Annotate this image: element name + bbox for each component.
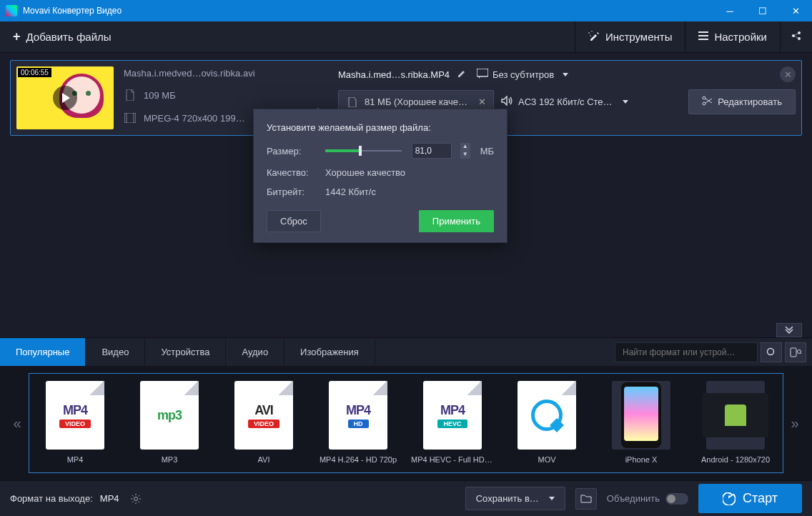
format-label: MOV (538, 455, 555, 464)
format-preset[interactable]: iPhone X (600, 381, 683, 464)
scroll-left-button[interactable]: « (6, 415, 29, 432)
audio-dropdown[interactable]: AC3 192 Кбит/с Сте… (501, 96, 628, 108)
output-meta: Masha.i.med…s.ribka.MP4 Без субтитров ✕ … (338, 66, 796, 114)
save-in-label: Сохранить в… (476, 493, 539, 504)
size-label: Размер: (267, 146, 315, 157)
file-icon (124, 89, 137, 101)
svg-point-3 (792, 34, 795, 37)
format-settings-button[interactable] (127, 490, 145, 508)
svg-rect-6 (124, 113, 136, 123)
maximize-button[interactable]: ☐ (746, 0, 779, 21)
start-label: Старт (743, 491, 778, 506)
formats-area: Популярные Видео Устройства Аудио Изобра… (0, 337, 812, 480)
size-slider[interactable] (325, 148, 402, 154)
share-button[interactable] (781, 21, 812, 52)
timecode: 00:06:55 (18, 68, 51, 77)
size-input[interactable]: 81,0 (412, 143, 452, 159)
audio-label: AC3 192 Кбит/с Сте… (518, 96, 613, 107)
tab-audio[interactable]: Аудио (226, 338, 284, 366)
add-files-button[interactable]: + Добавить файлы (0, 21, 124, 52)
subtitles-label: Без субтитров (492, 69, 554, 80)
search-button[interactable] (761, 342, 782, 362)
scroll-right-button[interactable]: » (783, 415, 806, 432)
tab-popular[interactable]: Популярные (0, 338, 86, 366)
size-spinner[interactable]: ▲▼ (460, 143, 470, 159)
format-label: MP4 HEVC - Full HD 1… (411, 455, 494, 464)
app-icon (6, 5, 17, 16)
window-title: Movavi Конвертер Видео (23, 6, 713, 16)
tab-images[interactable]: Изображения (284, 338, 375, 366)
plus-icon: + (13, 29, 21, 44)
main-toolbar: + Добавить файлы Инструменты Настройки (0, 21, 812, 53)
settings-label: Настройки (714, 31, 767, 43)
detect-device-button[interactable] (785, 342, 806, 362)
share-icon (791, 30, 802, 44)
format-preset[interactable]: MP4HDMP4 H.264 - HD 720p (317, 381, 400, 464)
settings-button[interactable]: Настройки (685, 21, 780, 52)
bitrate-label: Битрейт: (267, 187, 315, 197)
wand-icon (588, 30, 600, 44)
bottom-bar: Формат на выходе: MP4 Сохранить в… Объед… (0, 480, 812, 516)
svg-point-4 (798, 31, 801, 34)
edit-button[interactable]: Редактировать (688, 89, 796, 114)
svg-point-11 (703, 102, 705, 105)
scissors-icon (702, 96, 712, 108)
tab-video[interactable]: Видео (86, 338, 145, 366)
subtitle-icon (477, 69, 488, 81)
source-size: 109 МБ (144, 90, 176, 101)
svg-rect-13 (791, 348, 796, 357)
tools-button[interactable]: Инструменты (575, 21, 685, 52)
close-button[interactable]: ✕ (779, 0, 812, 21)
svg-rect-7 (124, 113, 127, 123)
quality-value: Хорошее качество (325, 167, 405, 178)
svg-rect-2 (698, 39, 708, 40)
format-preset[interactable]: MP4HEVCMP4 HEVC - Full HD 1… (411, 381, 494, 464)
svg-rect-9 (477, 69, 488, 76)
format-label: MP4 (67, 455, 84, 464)
remove-file-button[interactable]: ✕ (780, 66, 796, 82)
minimize-button[interactable]: ─ (713, 0, 746, 21)
menu-icon (698, 31, 708, 43)
browse-folder-button[interactable] (575, 488, 597, 510)
collapse-formats-button[interactable] (776, 323, 802, 337)
edit-name-icon[interactable] (457, 69, 467, 81)
output-format-label: Формат на выходе: (10, 493, 93, 504)
start-button[interactable]: Старт (698, 484, 802, 513)
svg-point-12 (768, 348, 774, 354)
reset-button[interactable]: Сброс (267, 210, 321, 232)
subtitles-dropdown[interactable]: Без субтитров (477, 69, 568, 81)
svg-point-15 (134, 497, 137, 500)
search-input[interactable] (615, 342, 758, 362)
tab-devices[interactable]: Устройства (145, 338, 226, 366)
speaker-icon (501, 96, 513, 108)
format-preset[interactable]: MOV (505, 381, 588, 464)
format-preset[interactable]: Android - 1280x720 (694, 381, 777, 464)
format-preset[interactable]: MP4VIDEOMP4 (34, 381, 117, 464)
quality-label: Качество: (267, 167, 315, 178)
merge-toggle[interactable]: Объединить (607, 493, 688, 505)
edit-label: Редактировать (718, 96, 782, 107)
output-filename: Masha.i.med…s.ribka.MP4 (338, 69, 450, 80)
svg-point-14 (798, 349, 801, 353)
clear-size-icon[interactable]: ✕ (478, 96, 486, 107)
save-in-dropdown[interactable]: Сохранить в… (465, 487, 565, 510)
format-preset[interactable]: AVIVIDEOAVI (222, 381, 305, 464)
video-icon (124, 111, 137, 124)
format-label: MP4 H.264 - HD 720p (320, 455, 397, 464)
svg-rect-8 (134, 113, 136, 123)
svg-point-10 (703, 96, 705, 99)
titlebar: Movavi Конвертер Видео ─ ☐ ✕ (0, 0, 812, 21)
svg-point-5 (798, 37, 801, 40)
apply-button[interactable]: Применить (419, 210, 494, 232)
format-label: iPhone X (625, 455, 658, 464)
svg-rect-0 (698, 31, 708, 33)
format-label: AVI (258, 455, 270, 464)
format-preset[interactable]: mp3MP3 (128, 381, 211, 464)
tools-label: Инструменты (605, 31, 673, 43)
thumbnail[interactable]: 00:06:55 (16, 66, 114, 129)
play-icon[interactable] (53, 86, 77, 110)
source-codec: MPEG-4 720x400 199… (144, 113, 245, 124)
size-popup: Установите желаемый размер файла: Размер… (253, 109, 508, 243)
toggle-icon (665, 493, 688, 505)
bitrate-value: 1442 Кбит/с (325, 187, 376, 197)
